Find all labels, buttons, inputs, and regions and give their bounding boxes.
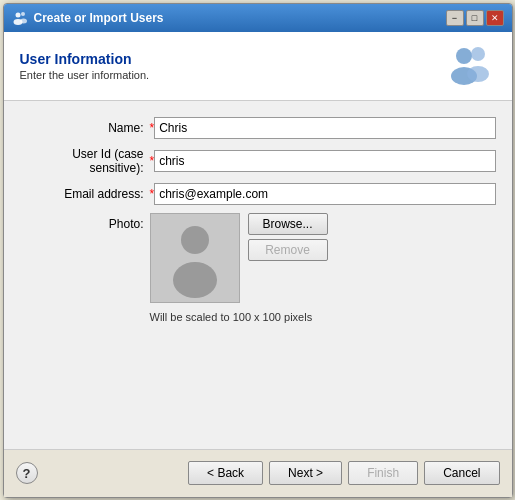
spacer (4, 331, 512, 449)
bottom-bar: ? < Back Next > Finish Cancel (4, 449, 512, 497)
svg-point-6 (471, 47, 485, 61)
photo-row: Photo: Browse... Remove (20, 213, 496, 303)
svg-point-3 (20, 18, 27, 23)
svg-point-7 (467, 66, 489, 82)
help-button[interactable]: ? (16, 462, 38, 484)
photo-label: Photo: (20, 213, 150, 231)
svg-point-0 (15, 12, 20, 17)
name-row: Name: * (20, 117, 496, 139)
dialog-title: Create or Import Users (34, 11, 164, 25)
minimize-button[interactable]: − (446, 10, 464, 26)
email-label: Email address: (20, 187, 150, 201)
header-text: User Information Enter the user informat… (20, 51, 150, 81)
title-bar-left: Create or Import Users (12, 10, 164, 26)
silhouette-icon (160, 218, 230, 298)
remove-button[interactable]: Remove (248, 239, 328, 261)
maximize-button[interactable]: □ (466, 10, 484, 26)
header-section: User Information Enter the user informat… (4, 32, 512, 101)
photo-scale-text: Will be scaled to 100 x 100 pixels (20, 311, 496, 323)
close-button[interactable]: ✕ (486, 10, 504, 26)
email-input[interactable] (154, 183, 495, 205)
back-button[interactable]: < Back (188, 461, 263, 485)
finish-button[interactable]: Finish (348, 461, 418, 485)
photo-area: Browse... Remove (150, 213, 328, 303)
dialog-content: User Information Enter the user informat… (4, 32, 512, 497)
bottom-right: < Back Next > Finish Cancel (188, 461, 499, 485)
svg-point-1 (21, 12, 25, 16)
bottom-left: ? (16, 462, 38, 484)
section-title: User Information (20, 51, 150, 67)
cancel-button[interactable]: Cancel (424, 461, 499, 485)
photo-preview (150, 213, 240, 303)
title-bar-controls: − □ ✕ (446, 10, 504, 26)
title-bar: Create or Import Users − □ ✕ (4, 4, 512, 32)
userid-row: User Id (case sensitive): * (20, 147, 496, 175)
users-icon (444, 44, 496, 88)
dialog-icon (12, 10, 28, 26)
photo-buttons: Browse... Remove (248, 213, 328, 261)
next-button[interactable]: Next > (269, 461, 342, 485)
form-section: Name: * User Id (case sensitive): * Emai… (4, 101, 512, 331)
name-input[interactable] (154, 117, 495, 139)
email-row: Email address: * (20, 183, 496, 205)
svg-point-4 (456, 48, 472, 64)
section-subtitle: Enter the user information. (20, 69, 150, 81)
userid-label: User Id (case sensitive): (20, 147, 150, 175)
browse-button[interactable]: Browse... (248, 213, 328, 235)
name-label: Name: (20, 121, 150, 135)
svg-point-9 (173, 262, 217, 298)
svg-point-8 (181, 226, 209, 254)
dialog-window: Create or Import Users − □ ✕ User Inform… (3, 3, 513, 498)
userid-input[interactable] (154, 150, 495, 172)
